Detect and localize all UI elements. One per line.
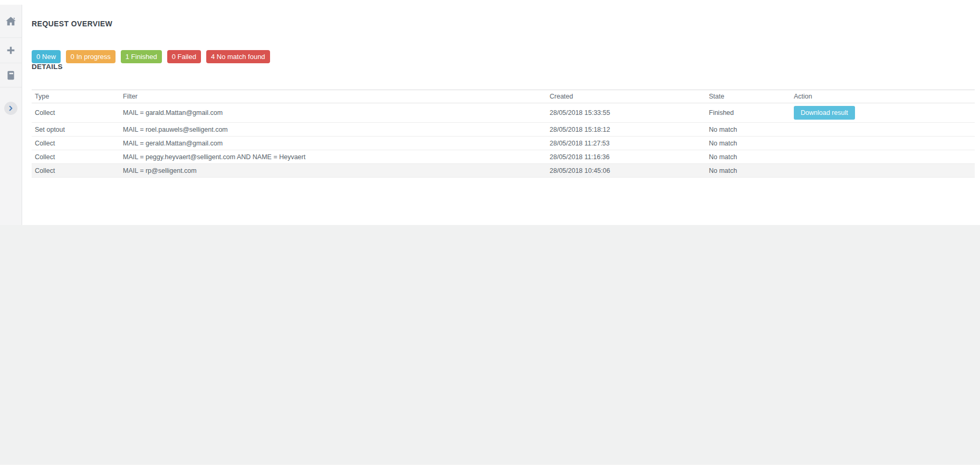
- cell-action: [791, 150, 975, 164]
- table-header-row: Type Filter Created State Action: [32, 90, 975, 103]
- status-badges: 0 New0 In progress1 Finished0 Failed4 No…: [32, 50, 270, 63]
- sidebar: [0, 5, 22, 225]
- column-header-created: Created: [546, 90, 706, 103]
- table-row: CollectMAIL = garald.Mattan@gmail.com28/…: [32, 103, 975, 123]
- status-badge-in-progress: 0 In progress: [66, 50, 116, 63]
- cell-created: 28/05/2018 15:33:55: [546, 103, 706, 123]
- cell-filter: MAIL = roel.pauwels@selligent.com: [120, 123, 546, 136]
- cell-state: No match: [706, 150, 791, 164]
- column-header-state: State: [706, 90, 791, 103]
- status-badge-new: 0 New: [32, 50, 61, 63]
- main-content: REQUEST OVERVIEW 0 New0 In progress1 Fin…: [23, 0, 980, 225]
- column-header-action: Action: [791, 90, 975, 103]
- cell-type: Collect: [32, 136, 120, 150]
- cell-action: Download result: [791, 103, 975, 123]
- cell-created: 28/05/2018 10:45:06: [546, 164, 706, 178]
- cell-filter: MAIL = rp@selligent.com: [120, 164, 546, 178]
- details-heading: DETAILS: [32, 63, 63, 71]
- cell-filter: MAIL = peggy.heyvaert@selligent.com AND …: [120, 150, 546, 164]
- table-row: CollectMAIL = gerald.Mattan@gmail.com28/…: [32, 136, 975, 150]
- cell-type: Collect: [32, 150, 120, 164]
- cell-type: Set optout: [32, 123, 120, 136]
- requests-table: Type Filter Created State Action Collect…: [32, 90, 975, 178]
- bottom-strip: [0, 465, 980, 468]
- cell-action: [791, 123, 975, 136]
- table-row: CollectMAIL = peggy.heyvaert@selligent.c…: [32, 150, 975, 164]
- cell-state: No match: [706, 123, 791, 136]
- chevron-right-icon: [8, 105, 14, 111]
- table-row: Set optoutMAIL = roel.pauwels@selligent.…: [32, 123, 975, 136]
- plus-icon: [6, 46, 15, 55]
- table-body: CollectMAIL = garald.Mattan@gmail.com28/…: [32, 103, 975, 178]
- status-badge-no-match-found: 4 No match found: [206, 50, 270, 63]
- table-row: CollectMAIL = rp@selligent.com28/05/2018…: [32, 164, 975, 178]
- cell-filter: MAIL = gerald.Mattan@gmail.com: [120, 136, 546, 150]
- sidebar-item-add[interactable]: [0, 38, 22, 63]
- download-result-button[interactable]: Download result: [794, 106, 855, 120]
- cell-created: 28/05/2018 15:18:12: [546, 123, 706, 136]
- column-header-type: Type: [32, 90, 120, 103]
- sidebar-item-home[interactable]: [0, 5, 22, 38]
- column-header-filter: Filter: [120, 90, 546, 103]
- cell-filter: MAIL = garald.Mattan@gmail.com: [120, 103, 546, 123]
- cell-state: Finished: [706, 103, 791, 123]
- cell-type: Collect: [32, 103, 120, 123]
- cell-action: [791, 136, 975, 150]
- cell-action: [791, 164, 975, 178]
- cell-created: 28/05/2018 11:16:36: [546, 150, 706, 164]
- cell-state: No match: [706, 164, 791, 178]
- cell-created: 28/05/2018 11:27:53: [546, 136, 706, 150]
- sidebar-item-catalog[interactable]: [0, 63, 22, 87]
- home-icon: [6, 17, 16, 26]
- page-background-lower: [0, 225, 980, 465]
- sidebar-expand-button[interactable]: [4, 102, 17, 115]
- cell-state: No match: [706, 136, 791, 150]
- page-title: REQUEST OVERVIEW: [32, 19, 112, 28]
- cell-type: Collect: [32, 164, 120, 178]
- book-icon: [6, 71, 15, 80]
- status-badge-finished: 1 Finished: [121, 50, 162, 63]
- status-badge-failed: 0 Failed: [167, 50, 201, 63]
